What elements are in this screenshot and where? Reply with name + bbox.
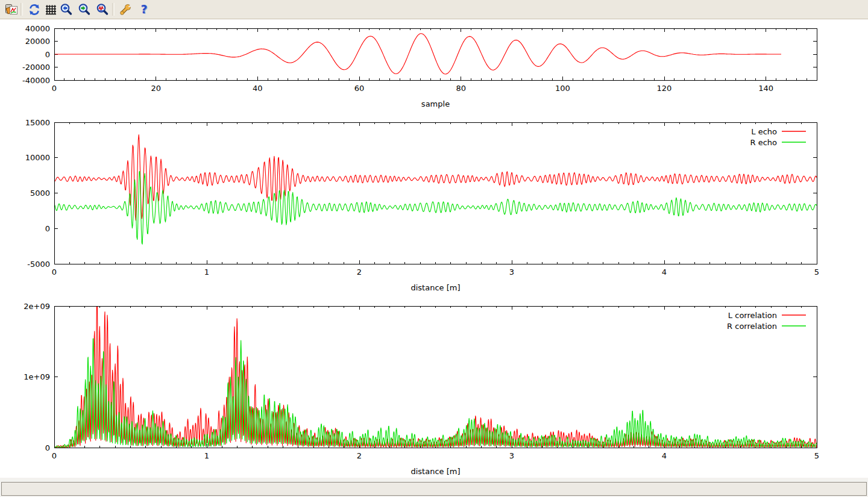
svg-text:10000: 10000 (25, 153, 50, 162)
zoom-next-button[interactable] (77, 2, 92, 17)
zoom-previous-icon (60, 3, 73, 16)
x-axis-title: sample (421, 99, 450, 108)
svg-text:0: 0 (45, 443, 50, 452)
toolbar-separator (112, 3, 115, 16)
plot-region-correlation[interactable] (54, 306, 817, 448)
svg-text:1e+09: 1e+09 (24, 372, 50, 381)
copy-plot-icon (5, 3, 18, 16)
svg-text:0: 0 (52, 451, 57, 460)
x-axis-title: distance [m] (410, 283, 460, 292)
svg-text:15000: 15000 (25, 118, 50, 127)
grid-toggle-button[interactable] (43, 2, 58, 17)
help-icon: ? ? (137, 3, 151, 16)
svg-text:5: 5 (814, 451, 819, 460)
help-button[interactable]: ? ? (136, 2, 151, 17)
svg-text:4: 4 (662, 451, 667, 460)
svg-text:-40000: -40000 (22, 76, 50, 85)
zoom-next-icon (78, 3, 91, 16)
autoscale-icon (96, 3, 109, 16)
wrench-icon (119, 3, 132, 16)
svg-text:20000: 20000 (25, 37, 50, 46)
grid-icon (44, 3, 57, 16)
svg-text:5: 5 (814, 267, 819, 277)
svg-text:2e+09: 2e+09 (24, 302, 50, 311)
plot-region-echo[interactable] (54, 122, 817, 264)
svg-text:140: 140 (758, 84, 773, 93)
refresh-icon (28, 3, 41, 16)
svg-text:0: 0 (52, 267, 57, 277)
svg-text:2: 2 (357, 451, 362, 460)
svg-text:120: 120 (657, 84, 672, 93)
svg-text:40000: 40000 (25, 24, 50, 33)
replot-button[interactable] (27, 2, 42, 17)
svg-text:?: ? (140, 3, 147, 16)
svg-text:-20000: -20000 (22, 63, 50, 72)
status-message-field (1, 482, 867, 496)
autoscale-button[interactable] (95, 2, 110, 17)
svg-text:60: 60 (354, 84, 365, 93)
svg-text:40: 40 (253, 84, 263, 93)
svg-text:0: 0 (52, 84, 57, 93)
x-axis-title: distance [m] (410, 467, 460, 476)
svg-text:2: 2 (357, 267, 362, 277)
gnuplot-window: ? ? 020406080100120140-40000-20000020000… (0, 0, 868, 497)
svg-text:0: 0 (45, 50, 50, 59)
plot-region-sample-waveform[interactable] (54, 28, 817, 80)
svg-text:0: 0 (45, 224, 50, 233)
status-bar (0, 478, 868, 497)
svg-text:1: 1 (204, 267, 209, 277)
svg-text:80: 80 (456, 84, 466, 93)
svg-text:20: 20 (151, 84, 161, 93)
copy-to-clipboard-button[interactable] (4, 2, 19, 17)
zoom-previous-button[interactable] (58, 2, 74, 17)
toolbar-separator (20, 3, 23, 16)
svg-text:-5000: -5000 (27, 260, 50, 269)
config-button[interactable] (118, 2, 133, 17)
toolbar: ? ? (0, 0, 868, 19)
svg-text:1: 1 (204, 451, 209, 460)
svg-text:3: 3 (509, 451, 514, 460)
svg-text:100: 100 (555, 84, 570, 93)
svg-text:3: 3 (509, 267, 514, 277)
svg-text:4: 4 (662, 267, 667, 277)
svg-text:5000: 5000 (30, 189, 50, 198)
